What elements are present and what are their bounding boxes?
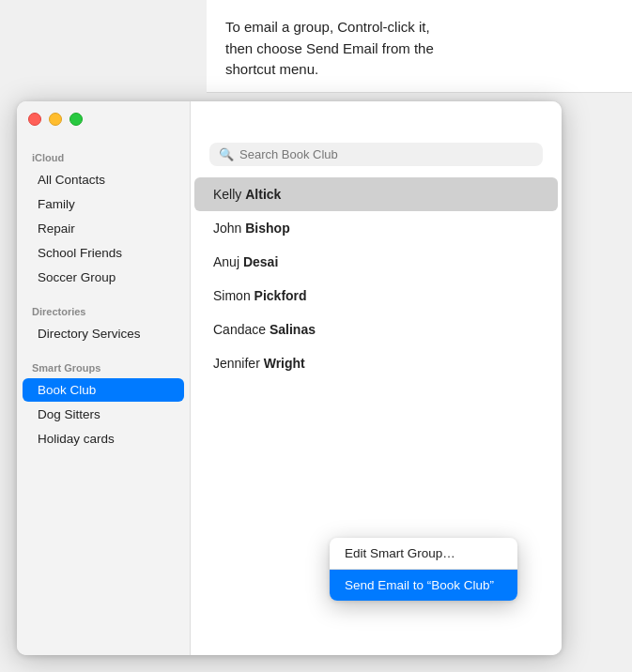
sidebar-item-book-club[interactable]: Book Club [23,378,184,402]
fullscreen-button[interactable] [69,113,83,126]
contact-last-name: Bishop [245,221,289,236]
sidebar: iCloud All Contacts Family Repair School… [17,101,191,655]
search-bar: 🔍 [209,143,543,166]
close-button[interactable] [28,113,41,126]
contact-first-name: Simon [213,288,254,303]
sidebar-item-repair[interactable]: Repair [23,217,184,240]
directories-section-label: Directories [17,297,190,321]
contact-last-name: Wright [264,356,305,371]
sidebar-item-directory-services[interactable]: Directory Services [23,322,184,345]
contact-list: Kelly Altick John Bishop Anuj Desai Simo… [191,177,562,380]
contact-last-name: Salinas [270,322,316,337]
contact-item[interactable]: Kelly Altick [194,177,558,211]
traffic-lights [28,113,83,126]
icloud-section-label: iCloud [17,143,190,167]
sidebar-item-all-contacts[interactable]: All Contacts [23,168,184,191]
contacts-window: iCloud All Contacts Family Repair School… [17,101,562,655]
contact-first-name: Candace [213,322,270,337]
minimize-button[interactable] [49,113,62,126]
instruction-area: To email a group, Control-click it, then… [207,0,632,93]
contact-first-name: Anuj [213,254,243,269]
main-content: 🔍 Kelly Altick John Bishop Anuj Desai Si… [191,101,562,655]
search-icon: 🔍 [219,147,234,161]
contact-last-name: Desai [243,254,278,269]
search-input[interactable] [239,147,533,161]
context-menu-send-email[interactable]: Send Email to “Book Club” [330,570,517,601]
contact-item[interactable]: Candace Salinas [194,313,558,346]
contact-item[interactable]: Anuj Desai [194,245,558,279]
sidebar-item-family[interactable]: Family [23,192,184,216]
contact-first-name: John [213,221,245,236]
sidebar-item-holiday-cards[interactable]: Holiday cards [23,427,184,451]
instruction-text: To email a group, Control-click it, then… [225,19,434,77]
contact-last-name: Altick [245,187,281,202]
contact-first-name: Jennifer [213,356,264,371]
smart-groups-section-label: Smart Groups [17,353,190,377]
contact-item[interactable]: John Bishop [194,211,558,245]
context-menu-edit-smart-group[interactable]: Edit Smart Group… [330,538,517,569]
sidebar-item-soccer-group[interactable]: Soccer Group [23,266,184,289]
sidebar-item-dog-sitters[interactable]: Dog Sitters [23,403,184,426]
contact-first-name: Kelly [213,187,245,202]
contact-last-name: Pickford [254,288,307,303]
contact-item[interactable]: Jennifer Wright [194,346,558,380]
search-input-wrapper[interactable]: 🔍 [209,143,543,166]
sidebar-item-school-friends[interactable]: School Friends [23,241,184,265]
contact-item[interactable]: Simon Pickford [194,279,558,313]
context-menu: Edit Smart Group… Send Email to “Book Cl… [330,538,517,601]
